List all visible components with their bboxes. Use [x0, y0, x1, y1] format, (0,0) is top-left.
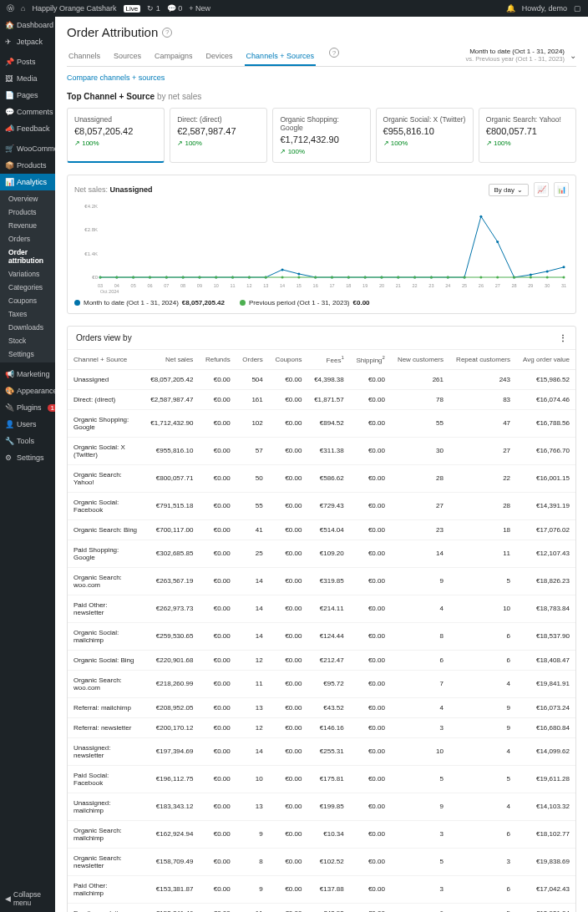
sidebar-item-pages[interactable]: 📄Pages: [0, 87, 55, 104]
compare-link[interactable]: Compare channels + sources: [67, 73, 576, 82]
svg-text:17: 17: [329, 283, 334, 288]
svg-point-45: [297, 276, 300, 279]
svg-text:03: 03: [98, 283, 103, 288]
sidebar-item-comments[interactable]: 💬Comments: [0, 104, 55, 120]
table-row: Referral: newsletter€200,170.12€0.0012€0…: [68, 717, 575, 737]
col-header[interactable]: Shipping2: [350, 350, 391, 370]
kebab-icon[interactable]: ⋮: [559, 333, 567, 342]
svg-text:23: 23: [428, 283, 433, 288]
wp-logo-icon[interactable]: ⓦ: [7, 3, 14, 14]
submenu-order-attribution[interactable]: Order attribution: [0, 246, 55, 267]
svg-text:30: 30: [545, 283, 550, 288]
sidebar-item-products[interactable]: 📦Products: [0, 157, 55, 174]
tab-channels-sources[interactable]: Channels + Sources: [245, 48, 316, 66]
interval-select[interactable]: By day ⌄: [489, 184, 529, 196]
new-menu[interactable]: + New: [189, 4, 210, 13]
help-icon[interactable]: ?: [329, 48, 339, 58]
col-header[interactable]: Orders: [236, 350, 269, 370]
submenu-overview[interactable]: Overview: [0, 192, 55, 205]
col-header[interactable]: Fees1: [307, 350, 349, 370]
summary-card[interactable]: Unassigned€8,057,205.42↗ 100%: [67, 108, 165, 163]
menu-icon: 📌: [5, 58, 13, 66]
svg-point-39: [198, 276, 200, 279]
svg-text:€4.2K: €4.2K: [84, 204, 98, 209]
bar-chart-icon[interactable]: 📊: [554, 182, 569, 197]
svg-text:28: 28: [511, 283, 516, 288]
sidebar-item-media[interactable]: 🖼Media: [0, 70, 55, 87]
table-row: Organic Search: newsletter€158,709.49€0.…: [68, 848, 575, 875]
summary-card[interactable]: Direct: (direct)€2,587,987.47↗ 100%: [170, 108, 267, 163]
col-header[interactable]: Avg order value: [516, 350, 575, 370]
svg-text:29: 29: [528, 283, 533, 288]
table-row: Organic Shopping: Google€1,712,432.90€0.…: [68, 409, 575, 437]
sidebar-item-marketing[interactable]: 📢Marketing: [0, 366, 55, 383]
sidebar-item-analytics[interactable]: 📊Analytics: [0, 174, 55, 190]
sidebar-item-jetpack[interactable]: ✈Jetpack: [0, 33, 55, 50]
help-icon[interactable]: ?: [162, 28, 172, 38]
sidebar-item-feedback[interactable]: 📣Feedback: [0, 120, 55, 137]
col-header[interactable]: New customers: [391, 350, 449, 370]
svg-point-43: [265, 276, 267, 279]
line-chart-icon[interactable]: 📈: [534, 182, 549, 197]
tab-campaigns[interactable]: Campaigns: [153, 48, 195, 66]
howdy-user[interactable]: Howdy, demo: [522, 4, 567, 13]
table-row: Paid Social: Facebook€196,112.75€0.0010€…: [68, 765, 575, 793]
sidebar-item-dashboard[interactable]: 🏠Dashboard: [0, 17, 55, 33]
svg-text:09: 09: [197, 283, 202, 288]
refresh-icon[interactable]: ↻ 1: [147, 4, 160, 13]
bell-icon[interactable]: 🔔: [506, 4, 515, 13]
table-row: Direct: (direct)€2,587,987.47€0.00161€0.…: [68, 389, 575, 409]
avatar-icon[interactable]: ▢: [574, 4, 581, 13]
col-header[interactable]: Refunds: [199, 350, 236, 370]
col-header[interactable]: Coupons: [269, 350, 308, 370]
svg-point-30: [530, 273, 532, 276]
sidebar-item-plugins[interactable]: 🔌Plugins1: [0, 399, 55, 416]
summary-card[interactable]: Organic Shopping: Google€1,712,432.90↗ 1…: [272, 108, 370, 163]
summary-card[interactable]: Organic Search: Yahoo!€800,057.71↗ 100%: [479, 108, 576, 163]
svg-text:13: 13: [263, 283, 268, 288]
submenu-downloads[interactable]: Downloads: [0, 321, 55, 334]
col-header[interactable]: Repeat customers: [449, 350, 516, 370]
svg-text:20: 20: [379, 283, 384, 288]
collapse-menu[interactable]: ◀ Collapse menu: [0, 885, 55, 912]
svg-point-52: [413, 276, 416, 279]
submenu-orders[interactable]: Orders: [0, 232, 55, 246]
tab-sources[interactable]: Sources: [112, 48, 143, 66]
submenu-stock[interactable]: Stock: [0, 334, 55, 347]
orders-table: Channel + SourceNet salesRefundsOrdersCo…: [68, 349, 575, 912]
comments-icon[interactable]: 💬 0: [167, 4, 183, 13]
col-header[interactable]: Net sales: [144, 350, 199, 370]
submenu-variations[interactable]: Variations: [0, 267, 55, 281]
menu-icon: 🛒: [5, 144, 13, 153]
tab-devices[interactable]: Devices: [205, 48, 235, 66]
sidebar-item-tools[interactable]: 🔧Tools: [0, 433, 55, 449]
menu-icon: 📣: [5, 124, 13, 133]
svg-text:€0: €0: [92, 275, 98, 280]
svg-text:31: 31: [561, 283, 566, 288]
sidebar-item-users[interactable]: 👤Users: [0, 416, 55, 433]
sidebar-item-appearance[interactable]: 🎨Appearance: [0, 383, 55, 399]
tab-channels[interactable]: Channels: [67, 48, 102, 66]
table-row: Paid Shopping: Google€302,685.85€0.0025€…: [68, 540, 575, 567]
chevron-down-icon: ⌄: [570, 51, 576, 60]
submenu-revenue[interactable]: Revenue: [0, 219, 55, 232]
site-name[interactable]: Happily Orange Catshark: [32, 4, 116, 13]
col-header[interactable]: Channel + Source: [68, 350, 144, 370]
svg-text:Oct 2024: Oct 2024: [100, 289, 119, 294]
summary-card[interactable]: Organic Social: X (Twitter)€955,816.10↗ …: [376, 108, 474, 163]
svg-point-54: [447, 276, 449, 279]
site-home-icon[interactable]: ⌂: [21, 4, 25, 13]
menu-icon: 💬: [5, 108, 13, 116]
sidebar-item-woocommerce[interactable]: 🛒WooCommerce: [0, 140, 55, 157]
svg-text:15: 15: [297, 283, 302, 288]
svg-point-56: [479, 276, 482, 279]
submenu-products[interactable]: Products: [0, 205, 55, 219]
submenu-taxes[interactable]: Taxes: [0, 307, 55, 321]
submenu-coupons[interactable]: Coupons: [0, 294, 55, 307]
svg-text:10: 10: [214, 283, 219, 288]
submenu-settings[interactable]: Settings: [0, 347, 55, 361]
submenu-categories[interactable]: Categories: [0, 281, 55, 294]
sidebar-item-settings[interactable]: ⚙Settings: [0, 449, 55, 466]
date-range-picker[interactable]: Month to date (Oct 1 - 31, 2024) vs. Pre…: [466, 48, 576, 66]
sidebar-item-posts[interactable]: 📌Posts: [0, 53, 55, 70]
